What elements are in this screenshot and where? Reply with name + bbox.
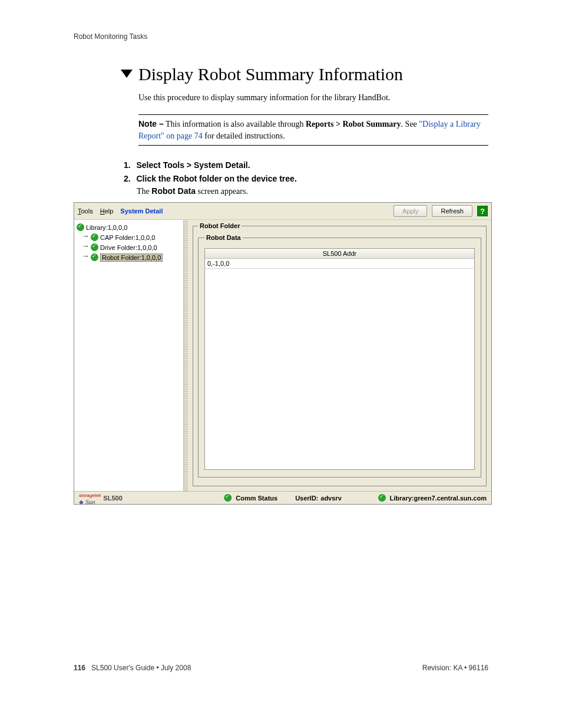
page-footer: 116 SL500 User's Guide • July 2008 Revis…: [74, 664, 488, 672]
step-sub-post: screen appears.: [196, 187, 248, 196]
triangle-down-icon: [121, 70, 133, 78]
userid-label: UserID:: [295, 495, 318, 502]
step-text: Select Tools > System Detail.: [137, 160, 250, 170]
note-bold-1: Reports > Robot Summary: [306, 120, 401, 129]
library-status: Library:green7.central.sun.com: [378, 494, 487, 502]
sun-diamond-icon: ◆: [79, 499, 84, 505]
panel-legend-inner: Robot Data: [204, 234, 243, 241]
table-header-row: SL500 Addr: [205, 249, 474, 259]
brand-sun: Sun: [85, 498, 95, 505]
comm-status: Comm Status: [224, 494, 277, 502]
steps-list: 1. Select Tools > System Detail. 2. Clic…: [124, 160, 488, 196]
section-title: Display Robot Summary Information: [74, 64, 488, 84]
tree-node-library[interactable]: Library:1,0,0,0: [77, 222, 181, 232]
check-icon: [224, 494, 232, 502]
comm-status-label: Comm Status: [236, 495, 277, 502]
brand-model: SL500: [103, 495, 122, 502]
check-icon: [91, 233, 98, 241]
userid-status: UserID: advsrv: [295, 495, 342, 502]
footer-right: Revision: KA • 96116: [422, 664, 488, 672]
note-text-3: for detailed instructions.: [203, 131, 285, 140]
footer-left: SL500 User's Guide • July 2008: [91, 664, 191, 672]
refresh-button[interactable]: Refresh: [432, 205, 472, 217]
status-center: Comm Status UserID: advsrv: [224, 494, 342, 502]
step-num: 1.: [124, 160, 134, 170]
step-sub-bold: Robot Data: [151, 186, 196, 196]
check-icon: [77, 223, 84, 231]
check-icon: [91, 253, 98, 261]
intro-paragraph: Use this procedure to display summary in…: [138, 93, 488, 103]
detail-pane: Robot Folder Robot Data SL500 Addr 0,-1,…: [188, 220, 491, 491]
step-text: Click the Robot folder on the device tre…: [137, 174, 297, 183]
step-num: 2.: [124, 174, 134, 183]
robot-data-panel: Robot Data SL500 Addr 0,-1,0,0: [198, 234, 481, 477]
tree-node-drive[interactable]: Drive Folder:1,0,0,0: [77, 242, 181, 252]
statusbar: storagetek ◆ Sun SL500 Comm Status UserI…: [74, 491, 491, 504]
tree-label-selected: Robot Folder:1,0,0,0: [100, 253, 163, 262]
note-text-1: This information is also available throu…: [164, 120, 306, 129]
menu-system-detail[interactable]: System Detail: [120, 207, 163, 215]
menu-tools[interactable]: TToolsools: [78, 207, 93, 215]
robot-data-table[interactable]: SL500 Addr 0,-1,0,0: [204, 248, 475, 470]
menu-help[interactable]: HelpHelp: [100, 207, 114, 215]
menubar: TToolsools HelpHelp System Detail Apply …: [74, 203, 491, 220]
sun-logo-text: storagetek: [79, 493, 101, 498]
step-1: 1. Select Tools > System Detail.: [124, 160, 488, 170]
app-window: TToolsools HelpHelp System Detail Apply …: [74, 202, 492, 505]
expand-icon[interactable]: [84, 245, 89, 250]
library-value: green7.central.sun.com: [414, 495, 487, 502]
step-sub-pre: The: [137, 187, 151, 196]
tree-node-robot[interactable]: Robot Folder:1,0,0,0: [77, 252, 181, 262]
tree-node-cap[interactable]: CAP Folder:1,0,0,0: [77, 232, 181, 242]
check-icon: [378, 494, 386, 502]
tree-label: CAP Folder:1,0,0,0: [100, 234, 155, 241]
note-label: Note –: [138, 119, 164, 129]
column-header[interactable]: SL500 Addr: [205, 249, 474, 259]
note-text-2: . See: [401, 120, 419, 129]
brand-block: storagetek ◆ Sun: [79, 491, 101, 505]
tree-label: Drive Folder:1,0,0,0: [100, 244, 157, 251]
userid-value: advsrv: [320, 495, 341, 502]
note-box: Note – This information is also availabl…: [138, 114, 488, 146]
section-title-text: Display Robot Summary Information: [138, 64, 403, 84]
table-cell[interactable]: 0,-1,0,0: [205, 259, 474, 269]
splitter-handle[interactable]: [184, 220, 188, 491]
step-2: 2. Click the Robot folder on the device …: [124, 174, 488, 196]
expand-icon[interactable]: [84, 255, 89, 260]
page-number: 116: [74, 664, 85, 672]
check-icon: [91, 243, 98, 251]
workarea: Library:1,0,0,0 CAP Folder:1,0,0,0 Drive…: [74, 220, 491, 491]
apply-button[interactable]: Apply: [394, 205, 428, 217]
device-tree[interactable]: Library:1,0,0,0 CAP Folder:1,0,0,0 Drive…: [74, 220, 184, 491]
library-label: Library:: [390, 495, 414, 502]
panel-legend: Robot Folder: [198, 222, 242, 229]
expand-icon[interactable]: [84, 235, 89, 240]
help-icon[interactable]: ?: [477, 206, 488, 216]
toolbar-right: Apply Refresh ?: [394, 205, 488, 217]
robot-folder-panel: Robot Folder Robot Data SL500 Addr 0,-1,…: [193, 222, 487, 486]
running-head: Robot Monitoring Tasks: [74, 32, 488, 41]
step-sub: The Robot Data screen appears.: [137, 186, 488, 196]
brand: storagetek ◆ Sun SL500: [79, 491, 123, 505]
tree-label: Library:1,0,0,0: [86, 224, 127, 231]
